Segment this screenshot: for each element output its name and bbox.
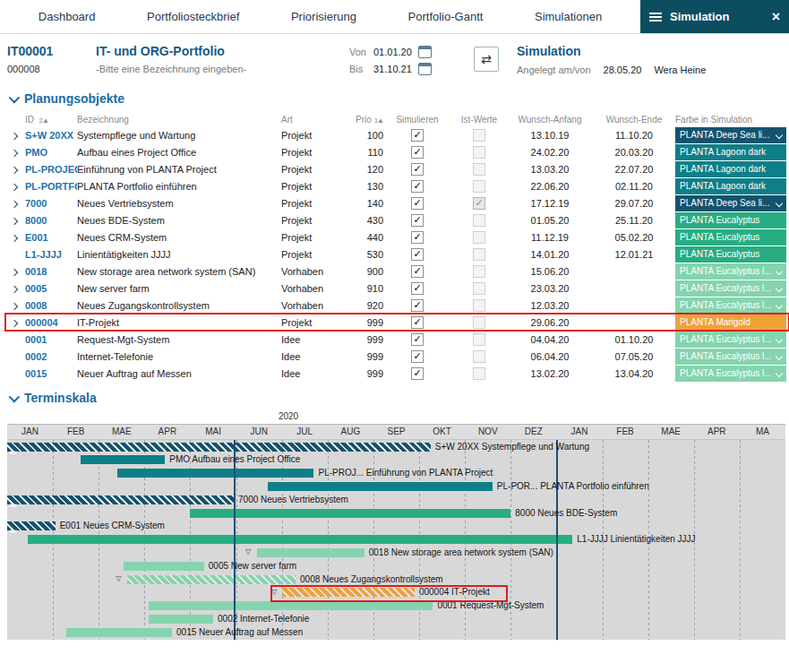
color-select[interactable]: PLANTA Eucalyptus l... <box>675 280 786 297</box>
col-simulieren[interactable]: Simulieren <box>383 115 451 125</box>
color-select[interactable]: PLANTA Deep Sea li... <box>675 195 786 211</box>
simulieren-checkbox[interactable] <box>411 248 424 261</box>
calendar-icon[interactable] <box>418 46 432 58</box>
color-select[interactable]: PLANTA Lagoon dark <box>675 161 786 177</box>
color-select[interactable]: PLANTA Eucalyptus l... <box>675 297 786 314</box>
menu-icon[interactable] <box>649 13 662 22</box>
expand-chevron-icon[interactable] <box>11 217 18 224</box>
gantt-bar[interactable] <box>268 482 492 491</box>
cell-id[interactable]: 0018 <box>25 266 77 277</box>
col-bezeichnung[interactable]: Bezeichnung <box>77 115 281 125</box>
gantt-bar[interactable] <box>190 509 510 518</box>
table-row-PMO[interactable]: PMOAufbau eines Project OfficeProjekt110… <box>5 143 789 160</box>
table-row-L1-JJJJ[interactable]: L1-JJJJLinientätigkeiten JJJJProjekt5301… <box>5 246 789 263</box>
gantt-bar[interactable] <box>117 469 314 478</box>
cell-id[interactable]: 0002 <box>25 351 77 362</box>
cell-id[interactable]: E001 <box>25 232 77 243</box>
table-row-PL-PROJECT[interactable]: PL-PROJECTEinführung von PLANTA ProjectP… <box>5 160 789 177</box>
table-row-S+W 20XX[interactable]: S+W 20XXSystempflege und WartungProjekt1… <box>5 126 789 143</box>
color-select[interactable]: PLANTA Eucalyptus <box>675 229 786 246</box>
simulieren-checkbox[interactable] <box>411 197 424 210</box>
col-wunsch-ende[interactable]: Wunsch-Ende <box>593 115 675 125</box>
bis-value[interactable]: 31.10.21 <box>373 64 412 74</box>
col-prio[interactable]: Prio 1▲ <box>351 115 383 125</box>
cell-id[interactable]: L1-JJJJ <box>25 249 77 260</box>
table-row-0018[interactable]: 0018New storage area network system (SAN… <box>5 263 789 280</box>
col-ist-werte[interactable]: Ist-Werte <box>451 115 507 125</box>
tab-portfolio-gantt[interactable]: Portfolio-Gantt <box>408 10 484 23</box>
gantt-bar[interactable]: «« <box>7 521 56 530</box>
simulieren-checkbox[interactable] <box>411 316 424 329</box>
simulieren-checkbox[interactable] <box>411 265 424 278</box>
color-select[interactable]: PLANTA Eucalyptus l... <box>675 349 786 365</box>
simulieren-checkbox[interactable] <box>411 231 424 244</box>
color-select[interactable]: PLANTA Eucalyptus <box>675 212 786 228</box>
simulieren-checkbox[interactable] <box>411 350 424 363</box>
cell-id[interactable]: PMO <box>25 147 77 158</box>
color-select[interactable]: PLANTA Deep Sea li... <box>675 127 786 143</box>
simulieren-checkbox[interactable] <box>411 299 424 312</box>
col-farbe-in-simulation[interactable]: Farbe in Simulation <box>675 115 786 125</box>
gantt-bar[interactable] <box>149 601 433 610</box>
section-terminskala[interactable]: Terminskala <box>0 382 789 409</box>
von-value[interactable]: 01.01.20 <box>373 47 412 57</box>
simulieren-checkbox[interactable] <box>411 214 424 227</box>
table-row-PL-PORTFO...[interactable]: PL-PORTFO...PLANTA Portfolio einführenPr… <box>5 177 789 194</box>
table-row-7000[interactable]: 7000Neues VertriebsystemProjekt14017.12.… <box>5 194 789 211</box>
cell-id[interactable]: 0005 <box>25 283 77 294</box>
table-row-0005[interactable]: 0005New server farmVorhaben91023.03.20PL… <box>5 280 789 297</box>
expand-chevron-icon[interactable] <box>11 234 18 241</box>
expand-chevron-icon[interactable] <box>11 268 18 275</box>
table-row-0002[interactable]: 0002Internet-TelefonieIdee99906.04.2007.… <box>5 348 789 365</box>
simulieren-checkbox[interactable] <box>411 180 424 193</box>
color-select[interactable]: PLANTA Lagoon dark <box>675 144 786 160</box>
gantt-bar[interactable]: «« <box>7 495 234 504</box>
table-row-E001[interactable]: E001Neues CRM-SystemProjekt44011.12.1905… <box>5 228 789 246</box>
color-select[interactable]: PLANTA Marigold <box>675 314 786 331</box>
cell-id[interactable]: 0015 <box>25 368 77 379</box>
close-icon[interactable]: × <box>772 10 780 24</box>
color-select[interactable]: PLANTA Lagoon dark <box>675 178 786 194</box>
active-tab-simulation[interactable]: Simulation × <box>640 0 789 33</box>
simulieren-checkbox[interactable] <box>411 333 424 346</box>
section-planungsobjekte[interactable]: Planungsobjekte <box>0 82 789 110</box>
table-row-0015[interactable]: 0015Neuer Auftrag auf MessenIdee99913.02… <box>5 365 789 382</box>
simulieren-checkbox[interactable] <box>411 146 424 159</box>
calendar-icon[interactable] <box>418 63 432 75</box>
table-row-0001[interactable]: 0001Request-Mgt-SystemIdee99904.04.2001.… <box>5 331 789 348</box>
col-id[interactable]: ID 2▲ <box>25 115 77 125</box>
cell-id[interactable]: PL-PORTFO... <box>25 181 77 192</box>
gantt-bar[interactable] <box>149 615 213 624</box>
table-row-8000[interactable]: 8000Neues BDE-SystemProjekt43001.05.2025… <box>5 211 789 228</box>
gantt-bar[interactable] <box>28 535 572 544</box>
gantt-bar[interactable] <box>257 548 364 557</box>
simulieren-checkbox[interactable] <box>411 163 424 176</box>
expand-chevron-icon[interactable] <box>11 149 18 156</box>
expand-chevron-icon[interactable] <box>11 319 18 326</box>
portfolio-subtitle[interactable]: -Bitte eine Bezeichnung eingeben- <box>96 64 349 74</box>
table-row-0008[interactable]: 0008Neues ZugangskontrollsystemVorhaben9… <box>5 297 789 314</box>
gantt-bar[interactable] <box>124 562 203 571</box>
color-select[interactable]: PLANTA Eucalyptus l... <box>675 332 786 348</box>
simulieren-checkbox[interactable] <box>411 367 424 380</box>
gantt-bar[interactable] <box>66 628 172 637</box>
cell-id[interactable]: 000004 <box>25 317 77 328</box>
expand-chevron-icon[interactable] <box>11 285 18 292</box>
expand-chevron-icon[interactable] <box>11 183 18 190</box>
cell-id[interactable]: 8000 <box>25 215 77 226</box>
expand-chevron-icon[interactable] <box>11 166 18 173</box>
col-art[interactable]: Art <box>281 115 351 125</box>
cell-id[interactable]: 0008 <box>25 300 77 311</box>
color-select[interactable]: PLANTA Eucalyptus <box>675 246 786 263</box>
color-select[interactable]: PLANTA Eucalyptus l... <box>675 263 786 280</box>
cell-id[interactable]: S+W 20XX <box>25 130 77 141</box>
cell-id[interactable]: PL-PROJECT <box>25 164 77 175</box>
cell-id[interactable]: 0001 <box>25 334 77 345</box>
tab-priorisierung[interactable]: Priorisierung <box>291 10 356 23</box>
expand-chevron-icon[interactable] <box>11 302 18 309</box>
cell-id[interactable]: 7000 <box>25 198 77 209</box>
gantt-bar[interactable]: «« <box>7 443 431 452</box>
expand-chevron-icon[interactable] <box>11 200 18 207</box>
color-select[interactable]: PLANTA Eucalyptus l... <box>675 366 786 382</box>
expand-chevron-icon[interactable] <box>11 132 18 139</box>
